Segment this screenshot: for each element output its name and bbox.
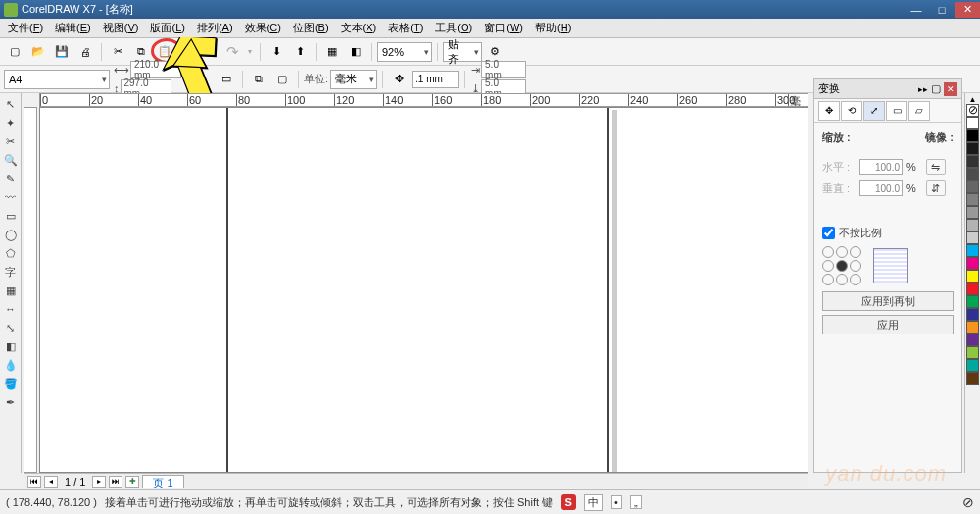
current-page-button[interactable]: ▢ [271, 69, 293, 90]
color-swatch[interactable] [966, 129, 979, 142]
ellipse-tool[interactable]: ◯ [2, 226, 20, 243]
paper-size-combo[interactable]: A4 [4, 70, 110, 89]
mirror-v-button[interactable]: ⇵ [926, 180, 946, 196]
maximize-button[interactable]: □ [929, 2, 955, 18]
color-swatch[interactable] [966, 142, 979, 155]
drawing-canvas[interactable] [39, 107, 808, 473]
ime-extra-1[interactable]: • [611, 495, 622, 509]
color-swatch[interactable] [966, 295, 979, 308]
color-swatch[interactable] [966, 244, 979, 257]
fill-tool[interactable]: 🪣 [2, 375, 20, 392]
prev-page-button[interactable]: ◂ [44, 476, 58, 488]
docker-menu-icon[interactable]: ▢ [931, 82, 941, 95]
pick-tool[interactable]: ↖ [2, 95, 20, 113]
color-swatch[interactable] [966, 193, 979, 206]
docker-collapse-icon[interactable]: ▸▸ [918, 84, 928, 94]
position-tab[interactable]: ✥ [818, 101, 840, 121]
ime-extra-2[interactable]: „ [630, 495, 642, 509]
table-tool[interactable]: ▦ [2, 282, 20, 299]
anchor-grid[interactable] [822, 246, 861, 285]
nudge-field[interactable]: .1 mm [412, 71, 459, 88]
menu-c[interactable]: 效果(C) [239, 19, 287, 37]
new-button[interactable]: ▢ [4, 41, 25, 63]
color-swatch[interactable] [966, 219, 979, 231]
menu-e[interactable]: 编辑(E) [49, 19, 97, 37]
zoom-tool[interactable]: 🔍 [2, 151, 20, 169]
size-tab[interactable]: ▭ [886, 101, 907, 121]
menu-o[interactable]: 工具(O) [429, 19, 478, 37]
color-swatch[interactable] [966, 206, 979, 219]
undo-button[interactable]: ↶ [186, 41, 208, 63]
eyedropper-tool[interactable]: 💧 [2, 356, 20, 374]
last-page-button[interactable]: ⏭ [109, 476, 122, 488]
redo-dropdown[interactable]: ▾ [245, 41, 255, 63]
apply-duplicate-button[interactable]: 应用到再制 [822, 291, 954, 311]
zoom-combo[interactable]: 92% [377, 42, 432, 62]
add-page-button[interactable]: ✚ [125, 476, 139, 488]
redo-button[interactable]: ↷ [221, 41, 243, 63]
artistic-tool[interactable]: 〰 [2, 188, 20, 206]
duplicate-x-field[interactable]: 5.0 mm [481, 61, 526, 78]
menu-f[interactable]: 文件(F) [2, 19, 49, 37]
color-swatch[interactable] [966, 270, 979, 283]
shape-tool[interactable]: ✦ [2, 114, 20, 131]
color-swatch[interactable] [966, 180, 979, 193]
skew-tab[interactable]: ▱ [908, 101, 930, 121]
minimize-button[interactable]: — [904, 2, 929, 18]
docker-close-button[interactable]: ✕ [944, 82, 957, 96]
menu-h[interactable]: 帮助(H) [529, 19, 577, 37]
crop-tool[interactable]: ✂ [2, 132, 20, 150]
vertical-scale-field[interactable] [859, 180, 903, 196]
portrait-button[interactable]: ▯ [192, 69, 214, 90]
menu-x[interactable]: 文本(X) [335, 19, 383, 37]
menu-v[interactable]: 视图(V) [97, 19, 145, 37]
outline-tool[interactable]: ✒ [2, 393, 20, 411]
color-swatch[interactable] [966, 283, 979, 295]
unit-combo[interactable]: 毫米 [330, 70, 377, 89]
ime-icon[interactable]: S [561, 494, 576, 510]
menu-t[interactable]: 表格(T) [382, 19, 429, 37]
open-button[interactable]: 📂 [27, 41, 49, 63]
all-pages-button[interactable]: ⧉ [248, 69, 270, 90]
color-swatch[interactable] [966, 321, 979, 334]
color-swatch[interactable] [966, 334, 979, 346]
cut-button[interactable]: ✂ [107, 41, 128, 63]
nonproportional-checkbox[interactable] [822, 227, 835, 239]
freehand-tool[interactable]: ✎ [2, 170, 20, 187]
color-swatch[interactable] [966, 308, 979, 321]
next-page-button[interactable]: ▸ [92, 476, 106, 488]
welcome-button[interactable]: ◧ [345, 41, 367, 63]
mirror-h-button[interactable]: ⇋ [926, 159, 946, 175]
landscape-button[interactable]: ▭ [216, 69, 237, 90]
menu-w[interactable]: 窗口(W) [478, 19, 529, 37]
rotate-tab[interactable]: ⟲ [841, 101, 862, 121]
print-button[interactable]: 🖨 [74, 41, 96, 63]
color-swatch[interactable] [966, 346, 979, 359]
horizontal-scale-field[interactable] [859, 159, 903, 175]
menu-l[interactable]: 版面(L) [144, 19, 190, 37]
undo-dropdown[interactable]: ▾ [210, 41, 220, 63]
color-swatch[interactable] [966, 155, 979, 168]
color-swatch[interactable] [966, 231, 979, 244]
color-swatch[interactable] [966, 117, 979, 129]
text-tool[interactable]: 字 [2, 263, 20, 281]
page-tab[interactable]: 页 1 [142, 475, 183, 488]
no-fill-swatch[interactable]: ⊘ [966, 104, 979, 117]
color-swatch[interactable] [966, 168, 979, 180]
import-button[interactable]: ⬇ [266, 41, 287, 63]
menu-b[interactable]: 位图(B) [287, 19, 335, 37]
snap-combo[interactable]: 贴齐 [443, 42, 482, 62]
connector-tool[interactable]: ⤡ [2, 319, 20, 336]
export-button[interactable]: ⬆ [289, 41, 311, 63]
launch-button[interactable]: ▦ [321, 41, 343, 63]
color-swatch[interactable] [966, 372, 979, 385]
dimension-tool[interactable]: ↔ [2, 300, 20, 318]
first-page-button[interactable]: ⏮ [27, 476, 41, 488]
menu-a[interactable]: 排列(A) [191, 19, 239, 37]
close-button[interactable]: ✕ [955, 2, 980, 18]
effects-tool[interactable]: ◧ [2, 337, 20, 355]
save-button[interactable]: 💾 [51, 41, 73, 63]
polygon-tool[interactable]: ⬠ [2, 244, 20, 262]
page-width-field[interactable]: 210.0 mm [130, 61, 181, 78]
rectangle-tool[interactable]: ▭ [2, 207, 20, 225]
